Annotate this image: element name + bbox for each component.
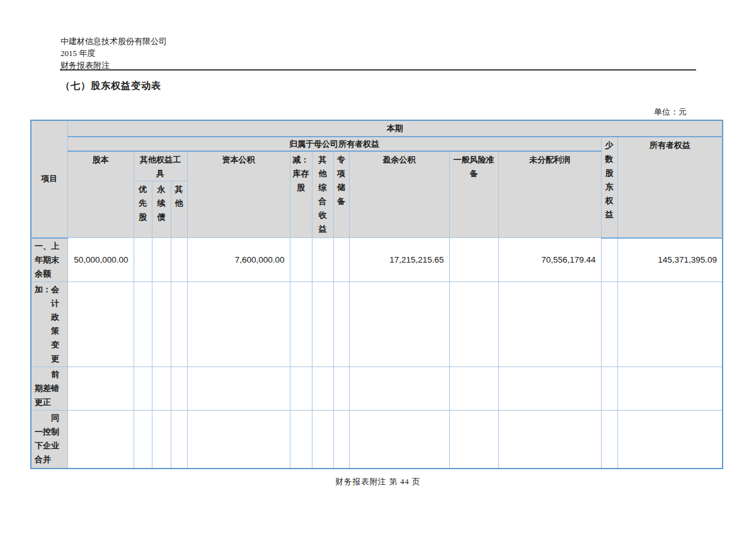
cell-general-risk-reserve [449, 411, 498, 469]
cell-total-owners-equity [617, 282, 723, 367]
cell-preferred-shares [134, 238, 152, 282]
cell-treasury-stock [290, 282, 312, 367]
cell-general-risk-reserve [449, 238, 498, 282]
cell-undistributed-profit [498, 411, 601, 469]
cell-perpetual-bonds [152, 238, 171, 282]
cell-oci [312, 411, 333, 469]
cell-surplus-reserve: 17,215,215.65 [349, 238, 449, 282]
capital-reserve-header: 资本公积 [187, 151, 290, 238]
period-header: 本期 [67, 120, 723, 137]
cell-minority-interest [601, 367, 617, 411]
general-risk-reserve-header: 一般风险准 备 [449, 151, 498, 238]
other-equity-group-header: 其他权益工 具 [134, 151, 187, 181]
cell-minority-interest [601, 282, 617, 367]
row-label: 同 一控制 下企业 合并 [31, 411, 67, 469]
total-owners-equity-header: 所有者权益 [617, 137, 723, 238]
special-reserve-header: 专 项 储 备 [333, 151, 349, 238]
share-capital-header: 股本 [67, 151, 134, 238]
cell-preferred-shares [134, 282, 152, 367]
cell-capital-reserve [187, 367, 290, 411]
cell-preferred-shares [134, 411, 152, 469]
cell-preferred-shares [134, 367, 152, 411]
other-comprehensive-income-header: 其 他 综 合 收 益 [312, 151, 333, 238]
unit-label: 单位：元 [654, 106, 687, 118]
cell-undistributed-profit [498, 367, 601, 411]
cell-oci [312, 282, 333, 367]
cell-undistributed-profit [498, 282, 601, 367]
page-header: 中建材信息技术股份有限公司 2015 年度 财务报表附注 [60, 35, 167, 71]
cell-treasury-stock [290, 367, 312, 411]
table-row-prior-period-error-correction: 前 期差错 更正 [31, 367, 723, 411]
cell-special-reserve [333, 238, 349, 282]
cell-minority-interest [601, 238, 617, 282]
cell-perpetual-bonds [152, 411, 171, 469]
header-divider [60, 69, 696, 71]
cell-capital-reserve [187, 282, 290, 367]
cell-capital-reserve [187, 411, 290, 469]
row-label: 加：会 计 政 策 变 更 [31, 282, 67, 367]
company-name: 中建材信息技术股份有限公司 [60, 35, 167, 47]
cell-surplus-reserve [349, 367, 449, 411]
minority-interest-header: 少 数 股 东 权 益 [601, 137, 617, 238]
undistributed-profit-header: 未分配利润 [498, 151, 601, 238]
cell-oci [312, 238, 333, 282]
cell-oci [312, 367, 333, 411]
other-instruments-header: 其 他 [171, 181, 187, 238]
cell-minority-interest [601, 411, 617, 469]
cell-other-instruments [171, 238, 187, 282]
cell-share-capital [67, 282, 134, 367]
cell-undistributed-profit: 70,556,179.44 [498, 238, 601, 282]
less-treasury-stock-header: 减： 库存 股 [290, 151, 312, 238]
cell-treasury-stock [290, 238, 312, 282]
cell-other-instruments [171, 282, 187, 367]
table-row-opening-balance: 一、上 年期末 余额 50,000,000.00 7,600,000.00 17… [31, 238, 723, 282]
cell-total-owners-equity [617, 411, 723, 469]
cell-special-reserve [333, 282, 349, 367]
preferred-shares-header: 优 先 股 [134, 181, 152, 238]
cell-general-risk-reserve [449, 367, 498, 411]
cell-capital-reserve: 7,600,000.00 [187, 238, 290, 282]
cell-perpetual-bonds [152, 367, 171, 411]
cell-share-capital [67, 411, 134, 469]
cell-perpetual-bonds [152, 282, 171, 367]
table-row-accounting-policy-change: 加：会 计 政 策 变 更 [31, 282, 723, 367]
cell-surplus-reserve [349, 282, 449, 367]
row-label: 一、上 年期末 余额 [31, 238, 67, 282]
equity-change-table: 项目 本期 归属于母公司所有者权益 少 数 股 东 权 益 所有者权益 股本 其… [30, 120, 723, 469]
page-footer: 财务报表附注 第 44 页 [0, 477, 756, 487]
cell-special-reserve [333, 367, 349, 411]
cell-surplus-reserve [349, 411, 449, 469]
cell-share-capital [67, 367, 134, 411]
header-row-period: 项目 本期 [31, 120, 723, 137]
fiscal-year: 2015 年度 [60, 47, 167, 59]
cell-other-instruments [171, 367, 187, 411]
cell-total-owners-equity [617, 367, 723, 411]
cell-other-instruments [171, 411, 187, 469]
cell-special-reserve [333, 411, 349, 469]
row-label: 前 期差错 更正 [31, 367, 67, 411]
parent-company-equity-header: 归属于母公司所有者权益 [67, 137, 601, 151]
surplus-reserve-header: 盈余公积 [349, 151, 449, 238]
cell-total-owners-equity: 145,371,395.09 [617, 238, 723, 282]
cell-share-capital: 50,000,000.00 [67, 238, 134, 282]
section-title: （七）股东权益变动表 [60, 80, 161, 92]
perpetual-bonds-header: 永 续 债 [152, 181, 171, 238]
cell-general-risk-reserve [449, 282, 498, 367]
table-row-business-combination-common-control: 同 一控制 下企业 合并 [31, 411, 723, 469]
header-row-group: 归属于母公司所有者权益 少 数 股 东 权 益 所有者权益 [31, 137, 723, 151]
item-column-header: 项目 [31, 120, 67, 238]
cell-treasury-stock [290, 411, 312, 469]
